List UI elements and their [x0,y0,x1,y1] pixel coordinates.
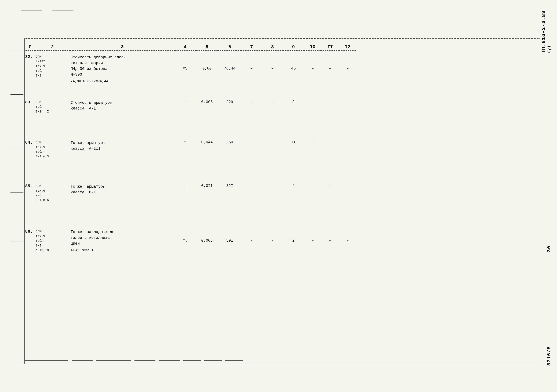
row-85-col12: – [339,183,356,188]
side-label-bottom: 8716/5 [546,346,552,366]
top-border-line [25,38,540,39]
row-86-source: СПМтех.ч.табл.3-Iп.I3,I8 [35,229,70,253]
row-86-col10: – [304,229,321,243]
row-83-description: Стоимость арматурыкласса А-I [70,99,175,112]
row-82-col4: мЗ [175,54,196,71]
row-86-col12: – [339,229,356,243]
main-table: I 2 3 4 5 6 7 8 9 IO II I2 82. СПМ8-237т… [10,38,540,364]
row-86-col9: 2 [283,229,304,243]
row-82-col12: – [339,54,356,71]
row-83-col10: – [304,99,321,105]
row-83-col11: – [321,99,339,105]
row-82-col9: 46 [283,54,304,71]
header-col-8: 8 [262,44,283,51]
table-row: 83. СПМтабл.3-1п. I Стоимость арматурыкл… [25,98,540,116]
bottom-dash-1 [25,357,68,360]
row-83-col7: – [241,99,262,105]
bottom-dash-2 [72,357,93,360]
row-85-number: 85. [25,183,35,189]
row-83-col6: 229 [218,99,241,105]
bottom-dash-8 [225,357,243,360]
left-margin-mark-3 [10,147,23,147]
row-82-col5: 0,60 [196,54,218,71]
left-margin-mark-1 [10,51,23,51]
row-86-number: 86. [25,229,35,234]
bottom-dash-3 [96,357,131,360]
left-margin-mark-2 [10,94,23,95]
table-row: 86. СПМтех.ч.табл.3-Iп.I3,I8 То же, закл… [25,227,540,255]
row-84-number: 84. [25,140,35,145]
row-84-col5: 0,044 [196,140,218,145]
row-85-col8: – [262,183,283,188]
left-margin-mark-5 [10,241,23,241]
row-85-col9: 4 [283,183,304,188]
table-row: 84. СПМтех.ч.табл.3-I п.3 То же, арматур… [25,138,540,161]
row-83-col9: 2 [283,99,304,105]
row-85-description: То же, арматурыкласса В-I [70,183,175,196]
row-84-col7: – [241,140,262,145]
row-83-col8: – [262,99,283,105]
row-84-source: СПМтех.ч.табл.3-I п.3 [35,140,70,159]
row-86-col5: 0,003 [196,229,218,243]
side-label-middle: 30 [546,246,552,252]
header-col-7: 7 [241,44,262,51]
row-84-col9: II [283,140,304,145]
row-85-col6: 32I [218,183,241,188]
row-84-col6: 250 [218,140,241,145]
row-84-col11: – [321,140,339,145]
header-col-5: 5 [196,44,218,51]
row-82-col11: – [321,54,339,71]
header-col-4: 4 [175,44,196,51]
row-82-col6: 76,44 [218,54,241,71]
header-col-3: 3 [70,44,175,51]
row-86-col11: – [321,229,339,243]
side-label-top: ТП.816-2-6.83 (у) [541,10,552,53]
row-82-formula: 74,80+0,82x2=76,44 [71,79,174,84]
header-col-12: I2 [339,44,356,51]
row-84-description: То же, арматурыкласса А–III [70,140,175,152]
table-row: 82. СПМ8-237тех.ч.табл.3-8 Стоимость доб… [25,52,540,86]
top-mark-2 [52,10,73,11]
row-82-col10: – [304,54,321,71]
row-82-source: СПМ8-237тех.ч.табл.3-8 [35,54,70,78]
header-col-1: I [25,44,35,51]
row-84-col8: – [262,140,283,145]
row-86-col4: т. [175,229,196,243]
header-col-2: 2 [35,44,70,51]
header-col-6: 6 [218,44,241,51]
row-84-col12: – [339,140,356,145]
row-83-col5: 0,008 [196,99,218,105]
header-col-10: IO [304,44,321,51]
row-82-number: 82. [25,54,35,60]
header-col-11: II [321,44,339,51]
row-86-description: То же, закладных де-талей с металлиза-ци… [70,229,175,253]
row-82-col7: – [241,54,262,71]
bottom-dash-7 [204,357,222,360]
bottom-totals-row [25,357,540,360]
row-82-col8: – [262,54,283,71]
row-85-col10: – [304,183,321,188]
top-mark-1 [21,10,42,11]
row-86-col7: – [241,229,262,243]
left-margin-mark-4 [10,192,23,193]
row-83-col12: – [339,99,356,105]
header-col-9: 9 [283,44,304,51]
row-86-col8: – [262,229,283,243]
row-84-col10: – [304,140,321,145]
row-84-col4: т [175,140,196,145]
row-85-source: СПМтех.ч.табл.3-I п.6 [35,183,70,203]
table-header: I 2 3 4 5 6 7 8 9 IO II I2 [25,40,540,51]
bottom-dash-4 [134,357,156,360]
row-85-col4: т [175,183,196,188]
bottom-border-line [10,364,540,364]
row-82-description: Стоимость доборных плос-ких плит маркиП4… [70,54,175,84]
bottom-dash-6 [183,357,201,360]
row-85-col5: 0,0II [196,183,218,188]
bottom-dash-5 [159,357,180,360]
row-85-col11: – [321,183,339,188]
row-86-col6: 59I [218,229,241,243]
page: ТП.816-2-6.83 (у) 30 8716/5 I 2 3 4 5 6 … [0,0,557,392]
row-85-col7: – [241,183,262,188]
row-83-col4: т [175,99,196,105]
row-86-formula: 4I3+I78=59I [71,247,174,253]
